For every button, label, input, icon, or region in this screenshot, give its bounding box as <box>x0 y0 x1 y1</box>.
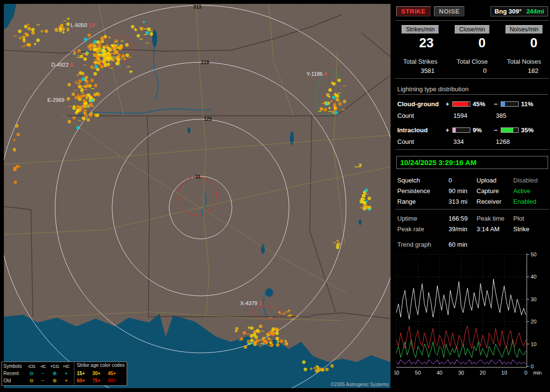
svg-text:10: 10 <box>531 341 536 347</box>
svg-text:50: 50 <box>415 370 421 376</box>
bearing-value: Bng 309° <box>494 8 521 15</box>
strikes-per-min-header: Strikes/min <box>402 25 439 34</box>
persistence-label: Persistence <box>397 187 449 195</box>
svg-text:X-4379 2: X-4379 2 <box>240 300 262 306</box>
ic-negative-pct: 35% <box>521 126 542 134</box>
total-close-value: 0 <box>446 67 498 74</box>
svg-text:40: 40 <box>531 274 536 280</box>
timestamp-display: 10/24/2025 3:29:16 AM <box>396 156 548 169</box>
plot-value: Strike <box>513 225 550 233</box>
recent-neg-ic-icon: − <box>37 371 49 376</box>
legend-col-pos-ic: +IC <box>60 364 72 369</box>
ic-negative-count: 1268 <box>496 138 510 145</box>
intracloud-row: Intracloud + 9% − 35% <box>397 126 550 134</box>
map-canvas: L-6050 12°D-4922 6E-2969 Y-1186 4X-4379 … <box>4 4 391 388</box>
trend-graph-label: Trend graph <box>397 241 449 248</box>
ic-negative-bar <box>501 127 519 133</box>
status-panel: STRIKE NOISE Bng 309° 244mi Strikes/min … <box>394 0 550 392</box>
svg-text:313: 313 <box>193 4 202 10</box>
squelch-value: 0 <box>449 177 477 184</box>
cloud-ground-row: Cloud-ground + 45% − 11% <box>397 100 550 108</box>
uptime-label: Uptime <box>397 215 449 222</box>
total-strikes-value: 3581 <box>394 67 446 74</box>
receiver-label: Receiver <box>477 198 513 205</box>
cloud-ground-count-row: Count 1594 385 <box>397 112 550 119</box>
config-grid: Squelch 0 Upload Disabled Persistence 90… <box>397 177 550 205</box>
legend-age-block: Strike age color codes 15+ 30+ 45+ 60+ 7… <box>74 363 125 385</box>
age-code-90: 90+ <box>108 378 123 383</box>
age-code-60: 60+ <box>77 378 92 383</box>
noises-stat-column: Noises/min 0 Total Noises 182 <box>498 25 550 74</box>
legend-age-title: Strike age color codes <box>77 363 125 370</box>
svg-text:50: 50 <box>531 252 536 257</box>
legend-old-label: Old <box>3 378 26 383</box>
total-close-label: Total Close <box>446 58 498 65</box>
receiver-status: Enabled <box>513 198 550 205</box>
copyright-text: ©2005 Astrogenic Systems <box>331 382 389 387</box>
svg-text:0: 0 <box>524 370 527 376</box>
nexstorm-window: L-6050 12°D-4922 6E-2969 Y-1186 4X-4379 … <box>0 0 550 392</box>
recent-neg-cg-icon: ⊖ <box>26 371 37 376</box>
trend-graph: 010203040506050403020100min <box>394 252 550 379</box>
close-per-min-header: Close/min <box>455 25 489 34</box>
bearing-distance: 244mi <box>526 8 544 15</box>
upload-label: Upload <box>477 177 513 184</box>
lightning-map[interactable]: L-6050 12°D-4922 6E-2969 Y-1186 4X-4379 … <box>4 4 391 388</box>
divider <box>395 209 549 210</box>
recent-pos-ic-icon: + <box>60 371 72 376</box>
panel-top-row: STRIKE NOISE Bng 309° 244mi <box>396 6 548 16</box>
old-pos-cg-icon: ⊕ <box>49 378 60 383</box>
bearing-readout: Bng 309° 244mi <box>491 6 548 16</box>
age-code-75: 75+ <box>92 378 108 383</box>
rate-stats: Strikes/min 23 Total Strikes 3581 Close/… <box>394 25 550 74</box>
ic-positive-count: 334 <box>453 138 496 145</box>
legend-symbols-block: Symbols -CG -IC +CG +IC Recent ⊖ − ⊕ + O… <box>3 363 74 385</box>
count-label: Count <box>397 138 453 145</box>
capture-status: Active <box>513 187 550 195</box>
svg-text:40: 40 <box>436 370 442 376</box>
svg-text:L-6050 12°: L-6050 12° <box>71 22 97 28</box>
upload-status: Disabled <box>513 177 550 184</box>
strikes-per-min-value: 23 <box>394 36 446 51</box>
recent-pos-cg-icon: ⊕ <box>49 371 60 376</box>
age-code-45: 45+ <box>108 371 123 376</box>
uptime-value: 166:59 <box>449 215 477 222</box>
noise-button[interactable]: NOISE <box>434 6 464 16</box>
persistence-value: 90 min <box>449 187 477 195</box>
total-noises-value: 182 <box>498 67 550 74</box>
svg-text:D-4922 6: D-4922 6 <box>51 62 73 68</box>
svg-text:20: 20 <box>531 319 536 324</box>
divider <box>395 149 549 150</box>
map-legend: Symbols -CG -IC +CG +IC Recent ⊖ − ⊕ + O… <box>1 362 127 386</box>
cg-positive-pct: 45% <box>473 100 494 108</box>
age-code-15: 15+ <box>77 371 92 376</box>
svg-text:30: 30 <box>531 296 536 302</box>
range-label: Range <box>397 198 449 205</box>
minus-sign: − <box>494 126 501 134</box>
svg-text:60: 60 <box>394 370 399 376</box>
strikes-stat-column: Strikes/min 23 Total Strikes 3581 <box>394 25 446 74</box>
distribution-title: Lightning type distribution <box>397 85 548 95</box>
old-neg-ic-icon: − <box>37 378 49 383</box>
intracloud-count-row: Count 334 1268 <box>397 138 550 145</box>
strike-button[interactable]: STRIKE <box>396 6 431 16</box>
old-pos-ic-icon: + <box>60 378 72 383</box>
cg-negative-count: 385 <box>496 112 507 119</box>
divider <box>395 20 549 21</box>
legend-symbols-title: Symbols <box>3 364 26 369</box>
svg-text:E-2969: E-2969 <box>47 97 64 103</box>
trend-graph-period: 60 min <box>449 241 550 248</box>
intracloud-label: Intracloud <box>397 126 446 134</box>
plot-label: Plot <box>513 215 550 222</box>
status-grid: Uptime 166:59 Peak time Plot Peak rate 3… <box>397 215 550 233</box>
svg-text:30: 30 <box>458 370 464 376</box>
plus-sign: + <box>446 126 452 134</box>
cg-positive-bar <box>452 101 470 107</box>
peak-rate-label: Peak rate <box>397 225 449 233</box>
noises-per-min-value: 0 <box>498 36 550 51</box>
total-strikes-label: Total Strikes <box>394 58 446 65</box>
legend-col-neg-cg: -CG <box>26 364 37 369</box>
peak-time-value: 3:14 AM <box>477 225 513 233</box>
peak-time-label: Peak time <box>477 215 513 222</box>
svg-text:31: 31 <box>195 174 201 180</box>
